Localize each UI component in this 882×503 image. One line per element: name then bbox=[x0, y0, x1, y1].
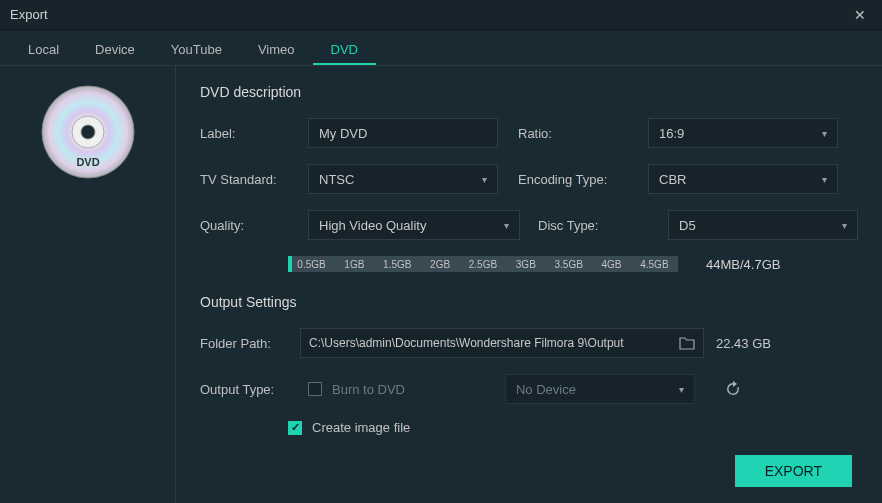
ratio-value: 16:9 bbox=[659, 126, 684, 141]
size-slider[interactable]: 0.5GB 1GB 1.5GB 2GB 2.5GB 3GB 3.5GB 4GB … bbox=[288, 256, 678, 272]
tick: 1.5GB bbox=[383, 259, 411, 270]
title-bar: Export ✕ bbox=[0, 0, 882, 30]
chevron-down-icon: ▾ bbox=[822, 128, 827, 139]
label-label: Label: bbox=[200, 126, 288, 141]
refresh-icon[interactable] bbox=[723, 379, 743, 399]
chevron-down-icon: ▾ bbox=[482, 174, 487, 185]
quality-label: Quality: bbox=[200, 218, 288, 233]
enc-select[interactable]: CBR ▾ bbox=[648, 164, 838, 194]
tick: 2.5GB bbox=[469, 259, 497, 270]
create-image-checkbox[interactable]: ✓ bbox=[288, 421, 302, 435]
device-select[interactable]: No Device ▾ bbox=[505, 374, 695, 404]
right-panel: DVD description Label: Ratio: 16:9 ▾ TV … bbox=[176, 66, 882, 503]
tabs: Local Device YouTube Vimeo DVD bbox=[0, 30, 882, 66]
svg-text:DVD: DVD bbox=[76, 156, 99, 168]
disc-label: Disc Type: bbox=[538, 218, 648, 233]
tab-device[interactable]: Device bbox=[77, 36, 153, 65]
window-title: Export bbox=[10, 7, 48, 22]
enc-value: CBR bbox=[659, 172, 686, 187]
folder-path-value: C:\Users\admin\Documents\Wondershare Fil… bbox=[309, 336, 624, 350]
burn-to-dvd-label: Burn to DVD bbox=[332, 382, 405, 397]
size-used-label: 44MB/4.7GB bbox=[706, 257, 780, 272]
tick: 3GB bbox=[516, 259, 536, 270]
chevron-down-icon: ▾ bbox=[679, 384, 684, 395]
tab-local[interactable]: Local bbox=[10, 36, 77, 65]
tick: 3.5GB bbox=[554, 259, 582, 270]
section-output-settings: Output Settings bbox=[200, 294, 858, 310]
ratio-label: Ratio: bbox=[518, 126, 628, 141]
disc-value: D5 bbox=[679, 218, 696, 233]
tab-youtube[interactable]: YouTube bbox=[153, 36, 240, 65]
ratio-select[interactable]: 16:9 ▾ bbox=[648, 118, 838, 148]
tick: 4.5GB bbox=[640, 259, 668, 270]
tvstd-label: TV Standard: bbox=[200, 172, 288, 187]
size-slider-ticks: 0.5GB 1GB 1.5GB 2GB 2.5GB 3GB 3.5GB 4GB … bbox=[288, 256, 678, 272]
folder-label: Folder Path: bbox=[200, 336, 288, 351]
tick: 2GB bbox=[430, 259, 450, 270]
chevron-down-icon: ▾ bbox=[842, 220, 847, 231]
close-icon[interactable]: ✕ bbox=[848, 5, 872, 25]
enc-label: Encoding Type: bbox=[518, 172, 628, 187]
free-space-label: 22.43 GB bbox=[716, 336, 771, 351]
burn-to-dvd-checkbox[interactable] bbox=[308, 382, 322, 396]
quality-select[interactable]: High Video Quality ▾ bbox=[308, 210, 520, 240]
export-button[interactable]: EXPORT bbox=[735, 455, 852, 487]
tick: 0.5GB bbox=[297, 259, 325, 270]
section-dvd-description: DVD description bbox=[200, 84, 858, 100]
quality-value: High Video Quality bbox=[319, 218, 426, 233]
tab-dvd[interactable]: DVD bbox=[313, 36, 376, 65]
output-type-label: Output Type: bbox=[200, 382, 288, 397]
svg-point-2 bbox=[81, 125, 95, 139]
tick: 1GB bbox=[344, 259, 364, 270]
device-value: No Device bbox=[516, 382, 576, 397]
tvstd-value: NTSC bbox=[319, 172, 354, 187]
label-input[interactable] bbox=[308, 118, 498, 148]
chevron-down-icon: ▾ bbox=[822, 174, 827, 185]
tick: 4GB bbox=[602, 259, 622, 270]
folder-icon[interactable] bbox=[679, 336, 695, 350]
disc-select[interactable]: D5 ▾ bbox=[668, 210, 858, 240]
folder-path-input[interactable]: C:\Users\admin\Documents\Wondershare Fil… bbox=[300, 328, 704, 358]
create-image-label: Create image file bbox=[312, 420, 410, 435]
chevron-down-icon: ▾ bbox=[504, 220, 509, 231]
tvstd-select[interactable]: NTSC ▾ bbox=[308, 164, 498, 194]
left-panel: DVD bbox=[0, 66, 176, 503]
tab-vimeo[interactable]: Vimeo bbox=[240, 36, 313, 65]
dvd-disc-icon: DVD bbox=[40, 84, 136, 180]
